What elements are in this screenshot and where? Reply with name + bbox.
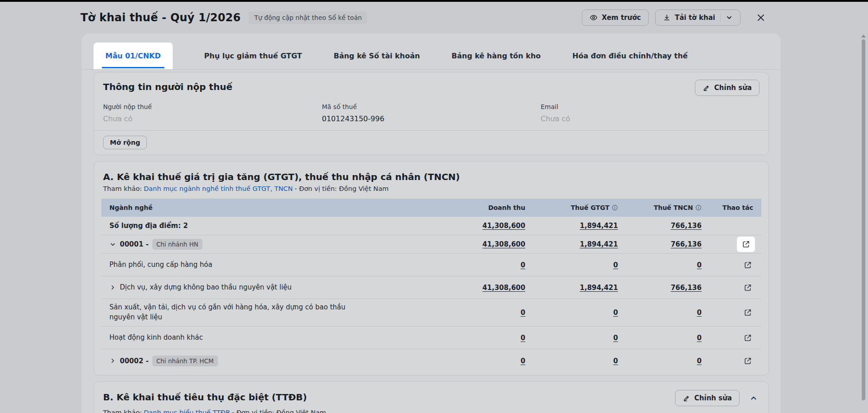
- tab-phu-luc-giam-thue-gtgt[interactable]: Phụ lục giảm thuế GTGT: [204, 43, 302, 69]
- preview-button[interactable]: Xem trước: [582, 9, 649, 26]
- col-thue-gtgt: Thuế GTGT: [531, 204, 623, 211]
- info-icon[interactable]: [695, 204, 702, 211]
- table-row-hoat-dong-khac: Hoạt động kinh doanh khác 0 0 0: [101, 327, 761, 349]
- site-badge: Chi nhánh TP. HCM: [152, 356, 218, 366]
- field-taxpayer-name: Người nộp thuế Chưa có: [103, 103, 322, 123]
- col-thao-tac: Thao tác: [707, 204, 761, 211]
- tncn-link[interactable]: 766,136: [671, 284, 702, 292]
- revenue-link[interactable]: 0: [521, 261, 525, 269]
- external-link-icon[interactable]: [741, 258, 755, 272]
- col-doanh-thu: Doanh thu: [445, 204, 531, 211]
- revenue-link[interactable]: 41,308,600: [482, 284, 525, 292]
- revenue-link[interactable]: 0: [521, 309, 525, 317]
- edit-taxpayer-button[interactable]: Chỉnh sửa: [695, 80, 760, 96]
- auto-sync-badge: Tự động cập nhật theo Sổ kế toán: [249, 11, 367, 24]
- download-icon: [663, 14, 671, 22]
- scrollbar-thumb[interactable]: [862, 39, 865, 400]
- tncn-link[interactable]: 0: [697, 309, 702, 317]
- section-b-reference: Tham khảo:Danh mục biểu thuế TTĐB- Đơn v…: [94, 406, 769, 413]
- table-row-site-00001: 00001 - Chi nhánh HN 41,308,600 1,894,42…: [101, 235, 761, 254]
- tax-code-value: 0101243150-996: [322, 114, 541, 123]
- tncn-total-link[interactable]: 766,136: [671, 222, 702, 230]
- scrollbar: [861, 34, 866, 400]
- table-row-summary: Số lượng địa điểm: 2 41,308,600 1,894,42…: [101, 217, 761, 235]
- expand-button[interactable]: Mở rộng: [103, 136, 147, 149]
- gtgt-link[interactable]: 0: [613, 309, 618, 317]
- external-link-icon[interactable]: [741, 240, 750, 249]
- section-b-card: B. Kê khai thuế tiêu thụ đặc biệt (TTĐB)…: [94, 381, 769, 413]
- external-link-icon[interactable]: [741, 280, 755, 295]
- table-header-row: Ngành nghề Doanh thu Thuế GTGT Thuế TNCN: [101, 199, 761, 217]
- external-link-icon[interactable]: [741, 354, 755, 368]
- external-link-icon[interactable]: [741, 305, 755, 320]
- tncn-link[interactable]: 0: [697, 261, 702, 269]
- revenue-total-link[interactable]: 41,308,600: [482, 222, 525, 230]
- site-code: 00002 -: [120, 357, 149, 365]
- external-link-icon[interactable]: [741, 331, 755, 345]
- table-row-site-00002: 00002 - Chi nhánh TP. HCM 0 0 0: [101, 349, 761, 372]
- download-declaration-button[interactable]: Tải tờ khai: [655, 9, 741, 26]
- chevron-right-icon[interactable]: [109, 284, 116, 291]
- email-value: Chưa có: [541, 114, 760, 123]
- section-a-title: A. Kê khai thuế giá trị gia tăng (GTGT),…: [103, 170, 460, 182]
- button-divider: [720, 14, 721, 22]
- ttdb-list-link[interactable]: Danh mục biểu thuế TTĐB: [144, 409, 230, 413]
- tax-table: Ngành nghề Doanh thu Thuế GTGT Thuế TNCN: [101, 199, 761, 372]
- tab-hoa-don-dieu-chinh[interactable]: Hóa đơn điều chỉnh/thay thế: [572, 43, 688, 69]
- tncn-link[interactable]: 766,136: [671, 240, 702, 248]
- tncn-link[interactable]: 0: [697, 357, 702, 365]
- tab-mau-01-cnkd[interactable]: Mẫu 01/CNKD: [94, 43, 173, 69]
- declaration-drawer: Mẫu 01/CNKD Phụ lục giảm thuế GTGT Bảng …: [82, 33, 781, 413]
- field-tax-code: Mã số thuế 0101243150-996: [322, 103, 541, 123]
- industry-list-link[interactable]: Danh mục ngành nghề tính thuế GTGT, TNCN: [144, 185, 293, 192]
- eye-icon: [590, 14, 598, 22]
- pencil-icon: [703, 84, 710, 92]
- scroll-up-arrow[interactable]: [861, 34, 866, 38]
- tab-bang-ke-so-tai-khoan[interactable]: Bảng kê Số tài khoản: [334, 43, 420, 69]
- info-icon[interactable]: [612, 204, 618, 211]
- taxpayer-name-value: Chưa có: [103, 114, 322, 123]
- gtgt-link[interactable]: 1,894,421: [580, 240, 618, 248]
- gtgt-link[interactable]: 0: [613, 334, 618, 342]
- table-row-phan-phoi: Phân phối, cung cấp hàng hóa 0 0 0: [101, 254, 761, 276]
- section-a-card: A. Kê khai thuế giá trị gia tăng (GTGT),…: [94, 161, 769, 375]
- tab-bang-ke-hang-ton-kho[interactable]: Bảng kê hàng tồn kho: [452, 43, 541, 69]
- spotlight-highlight: [737, 237, 755, 252]
- close-icon[interactable]: [754, 11, 768, 24]
- table-row-san-xuat: Sản xuất, vận tải, dịch vụ có gắn với hà…: [101, 299, 761, 327]
- gtgt-link[interactable]: 0: [613, 357, 618, 365]
- gtgt-total-link[interactable]: 1,894,421: [580, 222, 618, 230]
- taxpayer-card-title: Thông tin người nộp thuế: [103, 80, 232, 92]
- gtgt-link[interactable]: 1,894,421: [580, 284, 618, 292]
- page-title: Tờ khai thuế - Quý 1/2026: [80, 11, 241, 24]
- col-nganh-nghe: Ngành nghề: [101, 204, 445, 211]
- revenue-link[interactable]: 0: [521, 357, 525, 365]
- revenue-link[interactable]: 0: [521, 334, 525, 342]
- tncn-link[interactable]: 0: [697, 334, 702, 342]
- tab-bar: Mẫu 01/CNKD Phụ lục giảm thuế GTGT Bảng …: [82, 33, 781, 70]
- drawer-header: Tờ khai thuế - Quý 1/2026 Tự động cập nh…: [0, 2, 868, 33]
- gtgt-link[interactable]: 0: [613, 261, 618, 269]
- site-code: 00001 -: [120, 240, 149, 248]
- section-a-reference: Tham khảo:Danh mục ngành nghề tính thuế …: [94, 182, 769, 192]
- site-badge: Chi nhánh HN: [152, 239, 203, 250]
- table-row-dich-vu: Dịch vụ, xây dựng không bao thầu nguyên …: [101, 276, 761, 299]
- chevron-down-icon[interactable]: [109, 241, 116, 248]
- chevron-right-icon[interactable]: [109, 357, 116, 364]
- revenue-link[interactable]: 41,308,600: [482, 240, 525, 248]
- pencil-icon: [683, 394, 690, 402]
- chevron-down-icon: [726, 14, 733, 21]
- field-email: Email Chưa có: [541, 103, 760, 123]
- col-thue-tncn: Thuế TNCN: [623, 204, 707, 211]
- edit-section-b-button[interactable]: Chỉnh sửa: [675, 390, 740, 406]
- taxpayer-info-card: Thông tin người nộp thuế Chỉnh sửa Người…: [94, 72, 769, 155]
- section-b-title: B. Kê khai thuế tiêu thụ đặc biệt (TTĐB): [103, 390, 307, 403]
- chevron-up-icon[interactable]: [748, 392, 760, 404]
